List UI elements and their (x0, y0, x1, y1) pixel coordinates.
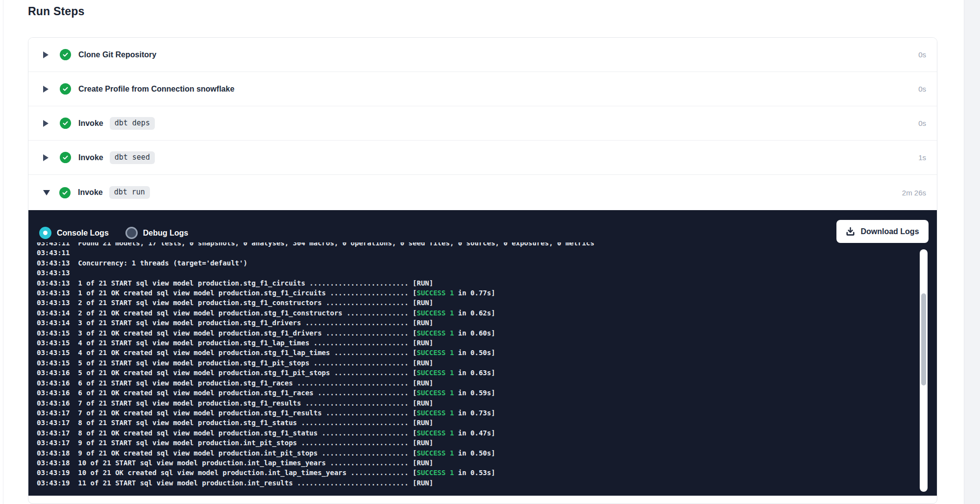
success-check-icon (60, 83, 71, 95)
page-right-gutter (964, 0, 980, 504)
radio-selected-dot (43, 231, 48, 235)
page-title: Run Steps (28, 5, 85, 18)
chevron-right-icon[interactable] (43, 51, 49, 58)
log-timestamp: 03:43:17 (37, 439, 70, 447)
log-line: 03:43:15 4 of 21 START sql view model pr… (37, 338, 937, 348)
log-success-text: SUCCESS 1 (416, 409, 454, 417)
step-label: Create Profile from Connection snowflake (78, 85, 234, 94)
download-icon (846, 227, 855, 236)
log-line: 03:43:17 8 of 21 OK created sql view mod… (37, 428, 937, 438)
log-line: 03:43:17 8 of 21 START sql view model pr… (37, 418, 937, 428)
log-line: 03:43:17 7 of 21 OK created sql view mod… (37, 408, 937, 418)
success-check-icon (60, 49, 71, 60)
log-type-radio-group: Console LogsDebug Logs (39, 227, 205, 239)
log-timestamp: 03:43:14 (37, 309, 70, 317)
step-command-badge: dbt deps (110, 117, 155, 130)
log-timestamp: 03:43:11 (37, 249, 70, 257)
log-timestamp: 03:43:15 (37, 329, 70, 337)
run-step-row[interactable]: Invokedbt seed1s (28, 141, 937, 175)
log-timestamp: 03:43:14 (37, 319, 70, 327)
log-line: 03:43:17 9 of 21 START sql view model pr… (37, 438, 937, 448)
success-check-icon (60, 118, 71, 129)
console-logs-radio-option[interactable]: Console Logs (39, 227, 109, 239)
log-timestamp: 03:43:17 (37, 419, 70, 427)
log-line: 03:43:16 6 of 21 OK created sql view mod… (37, 388, 937, 398)
run-step-list: Clone Git Repository0sCreate Profile fro… (28, 38, 937, 210)
log-success-text: SUCCESS 1 (416, 389, 454, 397)
log-timestamp: 03:43:15 (37, 349, 70, 357)
log-success-text: SUCCESS 1 (416, 329, 454, 337)
step-label: Clone Git Repository (78, 50, 156, 59)
log-line: 03:43:15 4 of 21 OK created sql view mod… (37, 348, 937, 358)
log-line: 03:43:13 Concurrency: 1 threads (target=… (37, 258, 937, 268)
log-line: 03:43:15 3 of 21 OK created sql view mod… (37, 328, 937, 338)
log-success-text: SUCCESS 1 (416, 369, 454, 377)
log-timestamp: 03:43:16 (37, 399, 70, 407)
log-timestamp: 03:43:19 (37, 479, 70, 487)
console-log-lines: 03:43:11 Found 21 models, 17 tests, 0 sn… (28, 242, 937, 488)
log-timestamp: 03:43:17 (37, 409, 70, 417)
log-success-text: SUCCESS 1 (416, 469, 454, 477)
log-timestamp: 03:43:13 (37, 259, 70, 267)
download-logs-button[interactable]: Download Logs (836, 220, 929, 243)
log-timestamp: 03:43:16 (37, 369, 70, 377)
log-line: 03:43:16 5 of 21 OK created sql view mod… (37, 368, 937, 378)
log-line: 03:43:11 Found 21 models, 17 tests, 0 sn… (37, 242, 937, 248)
log-success-text: SUCCESS 1 (416, 309, 454, 317)
log-timestamp: 03:43:13 (37, 289, 70, 297)
console-scrollbar-thumb[interactable] (921, 293, 926, 385)
log-line: 03:43:13 1 of 21 OK created sql view mod… (37, 288, 937, 298)
run-step-row[interactable]: Invokedbt run2m 26s (28, 175, 937, 210)
page-left-divider (3, 0, 3, 504)
log-line: 03:43:16 7 of 21 START sql view model pr… (37, 398, 937, 408)
debug-logs-label: Debug Logs (143, 229, 188, 238)
log-success-text: SUCCESS 1 (416, 449, 454, 457)
log-line: 03:43:18 9 of 21 OK created sql view mod… (37, 448, 937, 458)
step-duration: 0s (918, 119, 926, 127)
log-timestamp: 03:43:17 (37, 429, 70, 437)
step-duration: 0s (918, 50, 926, 59)
step-duration: 2m 26s (902, 189, 926, 197)
log-timestamp: 03:43:13 (37, 269, 70, 277)
success-check-icon (59, 187, 71, 198)
run-step-row[interactable]: Create Profile from Connection snowflake… (28, 72, 937, 106)
log-line: 03:43:13 1 of 21 START sql view model pr… (37, 278, 937, 288)
run-steps-card: Clone Git Repository0sCreate Profile fro… (28, 37, 937, 504)
log-success-text: SUCCESS 1 (416, 349, 454, 357)
log-timestamp: 03:43:15 (37, 359, 70, 367)
console-logs-label: Console Logs (57, 229, 109, 238)
console-log-output[interactable]: 03:43:11 Found 21 models, 17 tests, 0 sn… (28, 242, 937, 496)
log-line: 03:43:11 (37, 248, 937, 258)
console-logs-radio-icon[interactable] (39, 227, 51, 239)
run-step-row[interactable]: Clone Git Repository0s (28, 38, 937, 72)
console-scrollbar[interactable] (920, 249, 928, 492)
log-success-text: SUCCESS 1 (416, 429, 454, 437)
console-panel: Console LogsDebug Logs Download Logs 03:… (28, 210, 937, 496)
log-line: 03:43:19 10 of 21 OK created sql view mo… (37, 468, 937, 478)
log-timestamp: 03:43:11 (37, 242, 70, 247)
chevron-right-icon[interactable] (43, 86, 49, 93)
run-step-row[interactable]: Invokedbt deps0s (28, 106, 937, 141)
step-label: Invoke (78, 119, 103, 128)
log-timestamp: 03:43:19 (37, 469, 70, 477)
debug-logs-radio-icon[interactable] (125, 227, 138, 239)
chevron-right-icon[interactable] (43, 120, 49, 127)
chevron-down-icon[interactable] (43, 190, 50, 195)
step-label: Invoke (78, 153, 103, 162)
log-line: 03:43:14 3 of 21 START sql view model pr… (37, 318, 937, 328)
log-timestamp: 03:43:13 (37, 279, 70, 287)
log-timestamp: 03:43:16 (37, 379, 70, 387)
step-duration: 1s (918, 153, 926, 162)
step-label: Invoke (78, 188, 103, 197)
success-check-icon (60, 152, 71, 163)
log-line: 03:43:14 2 of 21 OK created sql view mod… (37, 308, 937, 318)
chevron-right-icon[interactable] (43, 154, 49, 161)
log-timestamp: 03:43:15 (37, 339, 70, 347)
download-logs-label: Download Logs (860, 227, 919, 236)
step-command-badge: dbt seed (110, 151, 155, 164)
log-line: 03:43:16 6 of 21 START sql view model pr… (37, 378, 937, 388)
log-timestamp: 03:43:13 (37, 299, 70, 307)
step-duration: 0s (918, 85, 926, 93)
debug-logs-radio-option[interactable]: Debug Logs (125, 227, 188, 239)
log-timestamp: 03:43:18 (37, 459, 70, 467)
